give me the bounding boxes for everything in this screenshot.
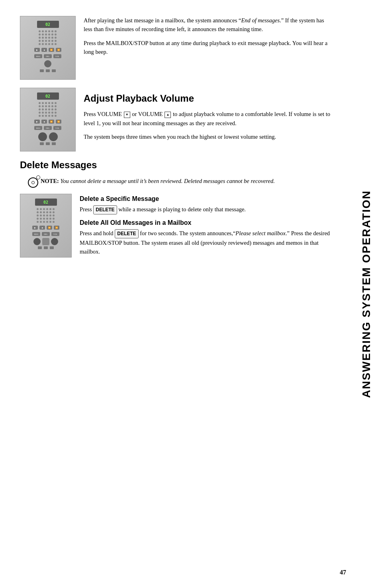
section1-para2: Press the MAILBOX/STOP button at any tim… xyxy=(84,39,332,57)
sub2-heading: Delete All Old Messages in a Mailbox xyxy=(80,219,332,226)
note-text: NOTE: You cannot delete a message until … xyxy=(41,177,275,185)
device-screen-1: 02 xyxy=(37,21,59,28)
speaker-grid-1 xyxy=(39,30,57,45)
device-image-1: 02 ▶ ■ ⏩ ⏪ MSG xyxy=(20,16,76,80)
sub2-press: Press and hold xyxy=(80,230,114,236)
delete-key-2: DELETE xyxy=(115,229,138,238)
section3: Delete Messages NOTE: You cannot delete … xyxy=(20,159,332,261)
speaker-grid-2 xyxy=(39,102,57,117)
note-box: NOTE: You cannot delete a message until … xyxy=(28,177,332,188)
device-image-2: 02 ▶ ■ ⏩ ⏪ MSG xyxy=(20,88,76,151)
sub1-text: while a message is playing to delete onl… xyxy=(117,206,246,212)
device-image-3: 02 ▶ ■ ⏩ ⏪ xyxy=(20,194,72,258)
delete-section: 02 ▶ ■ ⏩ ⏪ xyxy=(20,194,332,261)
sub2-italic: Please select mailbox xyxy=(235,230,286,236)
sidebar-label: ANSWERING SYSTEM OPERATION xyxy=(360,190,373,398)
section3-heading: Delete Messages xyxy=(20,159,332,171)
note-body: You cannot delete a message until it’s b… xyxy=(59,178,275,184)
section1-row: 02 ▶ ■ ⏩ ⏪ MSG xyxy=(20,16,332,80)
section2-para2: The system beeps three times when you re… xyxy=(84,132,332,141)
page-number: 47 xyxy=(340,569,346,576)
sub1-press: Press xyxy=(80,206,92,212)
sidebar: ANSWERING SYSTEM OPERATION xyxy=(353,0,380,588)
sub1-heading: Delete a Specific Message xyxy=(80,195,332,203)
delete-text: Delete a Specific Message Press DELETE w… xyxy=(80,194,332,261)
section2-text: Adjust Playback Volume Press VOLUME or V… xyxy=(84,88,332,146)
volume-down-icon xyxy=(124,112,130,118)
sub1-para: Press DELETE while a message is playing … xyxy=(80,205,332,214)
sub2-para: Press and hold DELETE for two seconds. T… xyxy=(80,229,332,256)
main-content: 02 ▶ ■ ⏩ ⏪ MSG xyxy=(20,16,332,261)
section2-para1: Press VOLUME or VOLUME to adjust playbac… xyxy=(84,110,332,128)
device-screen-2: 02 xyxy=(37,92,59,100)
volume-up-icon xyxy=(165,112,171,118)
speaker-grid-3 xyxy=(37,208,55,223)
section2-heading: Adjust Playback Volume xyxy=(84,91,332,106)
delete-key-1: DELETE xyxy=(93,205,117,214)
device-screen-3: 02 xyxy=(35,199,57,206)
section1-para1: After playing the last message in a mail… xyxy=(84,16,332,34)
section1-text: After playing the last message in a mail… xyxy=(84,16,332,61)
section2-row: 02 ▶ ■ ⏩ ⏪ MSG xyxy=(20,88,332,151)
section1-italic: End of messages xyxy=(241,17,280,24)
note-label: NOTE: xyxy=(41,178,59,184)
page-container: ANSWERING SYSTEM OPERATION 02 ▶ xyxy=(0,0,380,588)
